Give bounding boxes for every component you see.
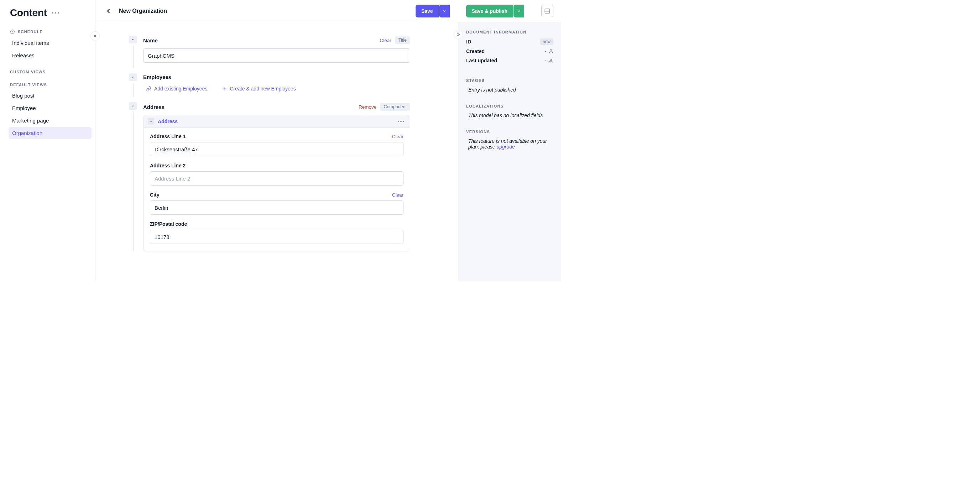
updated-value: - xyxy=(544,58,546,64)
upgrade-link[interactable]: upgrade xyxy=(496,144,515,150)
field-address: Address Remove Component Address xyxy=(143,103,410,251)
addr1-label: Address Line 1 xyxy=(150,134,186,139)
clock-icon xyxy=(10,29,15,34)
title-badge: Title xyxy=(395,36,410,44)
user-icon xyxy=(549,49,554,54)
sidebar: Content SCHEDULE Individual items Releas… xyxy=(0,0,95,281)
user-icon xyxy=(549,58,554,63)
created-label: Created xyxy=(466,48,485,54)
name-input[interactable] xyxy=(143,48,410,63)
add-existing-label: Add existing Employees xyxy=(154,86,207,92)
address-field-label: Address xyxy=(143,104,164,110)
addr2-label: Address Line 2 xyxy=(150,163,186,169)
save-publish-dropdown-button[interactable] xyxy=(514,5,524,18)
name-clear-button[interactable]: Clear xyxy=(380,38,391,43)
svg-point-2 xyxy=(550,49,552,51)
stages-heading: STAGES xyxy=(466,78,554,83)
address-component-card: Address Address Line 1 xyxy=(143,115,410,251)
link-icon xyxy=(146,86,151,92)
plus-icon xyxy=(221,86,227,92)
component-badge: Component xyxy=(380,103,410,111)
chevrons-right-icon xyxy=(456,32,460,37)
chevron-left-icon xyxy=(105,8,112,14)
component-title[interactable]: Address xyxy=(158,119,178,124)
sidebar-title: Content xyxy=(10,7,47,19)
topbar: New Organization Save Save & publish xyxy=(95,0,561,22)
create-add-employees-button[interactable]: Create & add new Employees xyxy=(221,86,296,92)
address-remove-button[interactable]: Remove xyxy=(359,104,376,110)
created-value: - xyxy=(544,48,546,54)
component-menu-button[interactable] xyxy=(396,118,406,125)
sidebar-item-organization[interactable]: Organization xyxy=(8,127,92,139)
caret-down-icon xyxy=(150,120,153,123)
updated-label: Last updated xyxy=(466,58,497,64)
id-new-badge: new xyxy=(540,38,554,45)
toggle-panel-button[interactable] xyxy=(541,5,554,17)
localizations-heading: LOCALIZATIONS xyxy=(466,104,554,108)
city-label: City xyxy=(150,192,159,198)
info-panel: DOCUMENT INFORMATION ID new Created - La… xyxy=(458,22,561,281)
add-existing-employees-button[interactable]: Add existing Employees xyxy=(146,86,207,92)
localizations-note: This model has no localized fields xyxy=(466,113,554,118)
addr1-clear-button[interactable]: Clear xyxy=(392,134,404,139)
sidebar-menu-button[interactable] xyxy=(51,11,60,15)
versions-heading: VERSIONS xyxy=(466,130,554,134)
doc-info-heading: DOCUMENT INFORMATION xyxy=(466,30,554,34)
caret-down-icon xyxy=(131,38,135,41)
field-employees: Employees Add existing Employees Create … xyxy=(143,74,410,92)
addr1-input[interactable] xyxy=(150,142,404,156)
collapse-field-button[interactable] xyxy=(129,73,137,81)
sidebar-item-releases[interactable]: Releases xyxy=(8,49,92,61)
zip-label: ZIP/Postal code xyxy=(150,221,187,227)
save-publish-button[interactable]: Save & publish xyxy=(466,5,513,18)
custom-views-heading: CUSTOM VIEWS xyxy=(10,70,90,74)
field-name: Name Clear Title xyxy=(143,36,410,63)
name-field-label: Name xyxy=(143,37,158,43)
back-button[interactable] xyxy=(105,7,113,15)
sidebar-item-marketing-page[interactable]: Marketing page xyxy=(8,115,92,126)
sidebar-item-blog-post[interactable]: Blog post xyxy=(8,90,92,102)
city-input[interactable] xyxy=(150,200,404,215)
addr2-input[interactable] xyxy=(150,171,404,186)
save-publish-button-group: Save & publish xyxy=(466,5,524,18)
save-button[interactable]: Save xyxy=(415,5,439,18)
collapse-field-button[interactable] xyxy=(129,36,137,43)
panel-bottom-icon xyxy=(544,8,550,14)
id-label: ID xyxy=(466,39,471,45)
page-title: New Organization xyxy=(119,8,167,14)
versions-note: This feature is not available on your pl… xyxy=(466,138,554,150)
employees-field-label: Employees xyxy=(143,74,171,80)
svg-point-3 xyxy=(550,59,552,60)
collapse-info-panel-button[interactable] xyxy=(454,30,463,39)
city-clear-button[interactable]: Clear xyxy=(392,192,404,198)
default-views-heading: DEFAULT VIEWS xyxy=(10,83,90,87)
create-add-label: Create & add new Employees xyxy=(230,86,296,92)
stages-note: Entry is not published xyxy=(466,87,554,92)
save-dropdown-button[interactable] xyxy=(439,5,450,18)
save-button-group: Save xyxy=(415,5,450,18)
schedule-heading: SCHEDULE xyxy=(10,29,90,34)
zip-input[interactable] xyxy=(150,230,404,244)
svg-rect-1 xyxy=(545,9,550,13)
sidebar-item-individual-items[interactable]: Individual items xyxy=(8,37,92,49)
caret-down-icon xyxy=(131,75,135,79)
chevron-down-icon xyxy=(442,9,447,13)
sidebar-item-employee[interactable]: Employee xyxy=(8,102,92,114)
chevron-down-icon xyxy=(517,9,521,13)
collapse-component-button[interactable] xyxy=(148,118,154,125)
caret-down-icon xyxy=(131,104,135,108)
collapse-field-button[interactable] xyxy=(129,102,137,110)
